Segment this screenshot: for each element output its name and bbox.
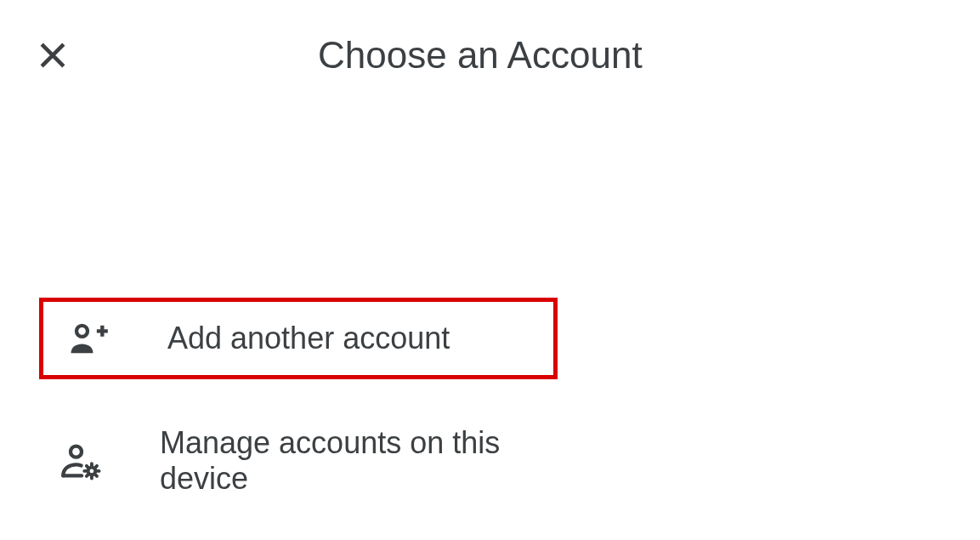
- svg-point-1: [71, 446, 82, 458]
- close-icon: [34, 37, 71, 74]
- manage-accounts-option[interactable]: Manage accounts on this device: [39, 420, 558, 502]
- person-settings-icon: [59, 437, 104, 485]
- add-account-option[interactable]: Add another account: [39, 298, 558, 379]
- manage-accounts-label: Manage accounts on this device: [160, 425, 558, 497]
- svg-point-0: [76, 326, 88, 337]
- add-account-label: Add another account: [167, 321, 450, 356]
- person-add-icon: [64, 315, 111, 362]
- close-button[interactable]: [34, 37, 71, 74]
- header: Choose an Account: [0, 0, 980, 77]
- page-title: Choose an Account: [318, 34, 643, 77]
- options-list: Add another account Manage accounts on t…: [0, 298, 980, 502]
